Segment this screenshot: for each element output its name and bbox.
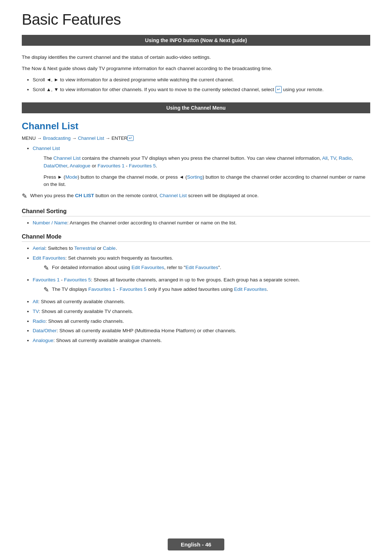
menu-path-pre: MENU →: [22, 135, 43, 141]
channel-list-note1: ✎ When you press the CH LIST button on t…: [22, 192, 370, 202]
channel-list-para2: Press ► (Mode) button to change the chan…: [44, 174, 370, 189]
cl-p1-all: All: [322, 155, 328, 161]
cl-p1-radio: Radio: [339, 155, 351, 161]
cm-bullet-editfav: Edit Favourites: Set channels you watch …: [33, 255, 370, 273]
section1-para2: The Now & Next guide shows daily TV prog…: [22, 65, 370, 73]
cm-fav-note-link2: Favourites 5: [120, 286, 147, 292]
note1-chlist: CH LIST: [75, 193, 94, 198]
cl-p1-fav5: Favourites 5: [129, 163, 156, 168]
cm-tv-text: : Shows all currently available TV chann…: [39, 309, 133, 314]
cl-p1-channellist: Channel List: [53, 155, 81, 161]
cl-p1-mid: contains the channels your TV displays w…: [81, 155, 322, 161]
cm-analogue: Analogue: [33, 338, 53, 343]
cl-p2-mid: ) button to change the channel mode, or …: [78, 174, 187, 180]
cl-p1-fav1: Favourites 1: [98, 163, 124, 168]
section1-header: Using the INFO button (Now & Next guide): [22, 35, 370, 46]
note1-end: screen will be displayed at once.: [187, 193, 259, 198]
cm-bullet-aerial: Aerial: Switches to Terrestrial or Cable…: [33, 245, 370, 252]
cm-all-text: : Shows all currently available channels…: [38, 299, 125, 304]
cm-dataother-text: : Shows all currently available MHP (Mul…: [57, 328, 236, 333]
cl-p1-tv: TV: [330, 155, 336, 161]
cm-bullet-analogue: Analogue: Shows all currently available …: [33, 337, 370, 345]
cm-aerial-text1: : Switches to: [45, 245, 74, 251]
cl-p2-mode: Mode: [65, 174, 78, 180]
channel-sorting-title: Channel Sorting: [22, 208, 370, 216]
enter-icon-2: ↵: [127, 135, 134, 141]
cl-p2-pre: Press ► (: [44, 174, 65, 180]
cm-bullet-radio: Radio: Shows all currently radio channel…: [33, 318, 370, 325]
cm-editfav-note: ✎ For detailed information about using E…: [44, 264, 370, 273]
enter-icon-1: ↵: [275, 86, 282, 93]
cm-terrestrial: Terrestrial: [74, 245, 96, 251]
note1-pre: When you press the: [30, 193, 75, 198]
section1-bullet2: Scroll ▲, ▼ to view information for othe…: [33, 86, 370, 94]
section2-header: Using the Channel Menu: [22, 102, 370, 113]
cm-fav-note: ✎ The TV displays Favourites 1 - Favouri…: [44, 286, 370, 295]
section1-para1: The display identifies the current chann…: [22, 54, 370, 61]
cm-fav-note-mid: only if you have added favourites using: [147, 286, 234, 292]
note-icon-3: ✎: [44, 285, 49, 295]
cm-fav-note-end: .: [267, 286, 268, 292]
cm-dataother: Data/Other: [33, 328, 57, 333]
channel-list-title: Channel List: [22, 121, 370, 132]
channel-mode-title: Channel Mode: [22, 233, 370, 242]
cm-bullet-fav: Favourites 1 - Favourites 5: Shows all f…: [33, 276, 370, 295]
cs-text: : Arranges the channel order according t…: [67, 220, 237, 225]
cm-aerial: Aerial: [33, 245, 45, 251]
note-icon-1: ✎: [22, 191, 27, 202]
cl-p1-end: .: [156, 163, 157, 168]
cm-fav5: Favourites 5: [64, 277, 91, 282]
cm-radio-text: : Shows all currently radio channels.: [45, 318, 124, 324]
cm-bullet-tv: TV: Shows all currently available TV cha…: [33, 308, 370, 316]
cl-p1-pre: The: [44, 155, 53, 161]
cl-p1-dash: -: [124, 163, 129, 168]
cm-editfav-note-link: Edit Favourites: [131, 265, 164, 270]
channel-sorting-bullets: Number / Name: Arranges the channel orde…: [33, 219, 370, 227]
footer-badge: English - 46: [168, 538, 224, 550]
channel-sorting-bullet1: Number / Name: Arranges the channel orde…: [33, 219, 370, 227]
cm-editfav-note-link2: Edit Favourites: [185, 265, 218, 270]
channel-list-bullet-main: Channel List The Channel List contains t…: [33, 145, 370, 189]
cm-aerial-or: or: [96, 245, 103, 251]
cm-all: All: [33, 299, 38, 304]
menu-path-mid1: →: [70, 135, 78, 141]
page-title: Basic Features: [22, 11, 370, 28]
channel-mode-bullets: Aerial: Switches to Terrestrial or Cable…: [33, 245, 370, 345]
cs-link: Number / Name: [33, 220, 67, 225]
cm-bullet-dataother: Data/Other: Shows all currently availabl…: [33, 327, 370, 335]
cm-fav-note-link1: Favourites 1: [88, 286, 115, 292]
menu-path-enter: ENTER↵: [111, 135, 134, 141]
section1-bullet2-pre: Scroll ▲, ▼ to view information for othe…: [33, 87, 275, 92]
menu-path: MENU → Broadcasting → Channel List → ENT…: [22, 135, 370, 141]
note1-text: When you press the CH LIST button on the…: [30, 192, 259, 200]
cm-tv: TV: [33, 309, 39, 314]
cm-radio: Radio: [33, 318, 45, 324]
menu-path-channellist: Channel List: [78, 135, 104, 141]
menu-path-broadcasting: Broadcasting: [43, 135, 71, 141]
cm-editfav: Edit Favourites: [33, 255, 65, 261]
menu-path-mid2: →: [104, 135, 111, 141]
cm-editfav-note-pre: For detailed information about using: [52, 265, 131, 270]
cm-fav-note-link3: Edit Favourites: [234, 286, 267, 292]
cm-editfav-note-mid: , refer to ": [164, 265, 185, 270]
footer-bar: English - 46: [0, 535, 392, 557]
section1-bullets: Scroll ◄, ► to view information for a de…: [33, 76, 370, 94]
note-icon-2: ✎: [44, 263, 49, 273]
channel-list-para1: The Channel List contains the channels y…: [44, 155, 370, 170]
channel-list-bullet-link: Channel List: [33, 146, 60, 151]
cl-p1-analogue: Analogue: [70, 163, 90, 168]
cm-editfav-note-end: ".: [218, 265, 221, 270]
note1-channellist: Channel List: [159, 193, 187, 198]
cm-fav-note-pre: The TV displays: [52, 286, 88, 292]
cm-cable: Cable: [103, 245, 115, 251]
cm-fav1: Favourites 1: [33, 277, 60, 282]
cl-p2-sorting: Sorting: [187, 174, 203, 180]
note1-mid: button on the remote control,: [94, 193, 159, 198]
section1-bullet2-post: using your remote.: [282, 87, 324, 92]
cm-fav-text: : Shows all favourite channels, arranged…: [91, 277, 300, 282]
cl-p1-or: or: [90, 163, 98, 168]
cm-fav-dash: -: [60, 277, 64, 282]
section1-bullet1: Scroll ◄, ► to view information for a de…: [33, 76, 370, 84]
cm-bullet-all: All: Shows all currently available chann…: [33, 298, 370, 306]
cm-editfav-text: : Set channels you watch frequently as f…: [65, 255, 173, 261]
